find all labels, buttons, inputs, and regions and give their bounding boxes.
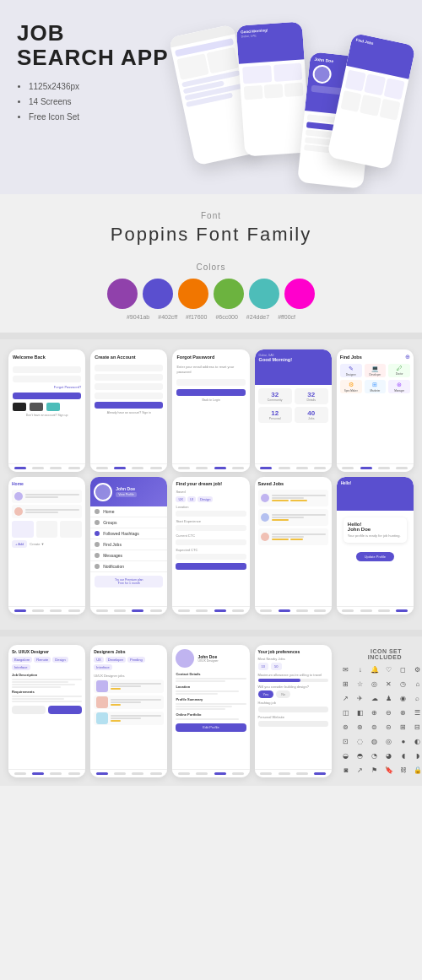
- icon-box: ⊞: [398, 721, 409, 733]
- menu-notification[interactable]: Notification: [90, 561, 167, 572]
- color-code-2: #402cff: [158, 314, 177, 320]
- icon-share: ↗: [354, 764, 366, 776]
- app-title: JoB SEARCH APP: [17, 21, 169, 69]
- icon-arrow-up-right: ↗: [340, 692, 352, 704]
- nav-bar-create: [90, 463, 167, 472]
- nav-bar-dashboard: [8, 606, 85, 615]
- screen-john-doe: John Doe UI/UX Designer Contact Details …: [172, 645, 249, 777]
- icon-star: ☆: [354, 678, 366, 690]
- menu-messages[interactable]: Messages: [90, 550, 167, 561]
- icon-cloud: ☁: [369, 692, 381, 704]
- icon-radio: ◉: [398, 692, 409, 704]
- hello-card: Hello!John Doe Your profile is ready for…: [344, 517, 407, 543]
- icon-plus-circle: ⊕: [369, 707, 381, 718]
- icon-set-panel: ICON SET INCLUDED ✉ ↓ 🔔 ♡ ◻ ⚙ ✎ ⊞ ☆ ◎ ✕ …: [337, 645, 414, 777]
- icon-bottom-half: ◒: [340, 750, 352, 761]
- nav-bar-forgot: [172, 463, 249, 472]
- screen-saved-jobs: Saved Jobs: [255, 477, 332, 615]
- icon-search: ⌕: [412, 692, 422, 704]
- profile-avatar: [94, 483, 112, 501]
- font-section: Font Poppins Font Family: [0, 194, 422, 254]
- icon-bookmark: 🔖: [383, 764, 395, 776]
- profile-header: John Doe View Profile: [90, 477, 167, 506]
- icon-mail: ✉: [340, 663, 352, 675]
- icon-lock: 🔒: [412, 764, 422, 776]
- icon-upper-left: ◕: [383, 750, 395, 761]
- nav-bar-menu: [90, 606, 167, 615]
- icon-layout: ◫: [340, 707, 352, 718]
- color-code-1: #9041ab: [127, 314, 149, 320]
- screen-forgot-password: Forgot Password Enter your email address…: [172, 349, 249, 472]
- icon-bell: 🔔: [369, 663, 381, 675]
- screens-row-2-inner: Home: [8, 477, 414, 615]
- color-code-3: #f17600: [186, 314, 207, 320]
- nav-bar-dream-job: [172, 606, 249, 615]
- color-swatches: [17, 279, 405, 309]
- icon-box-plus: ⊡: [340, 735, 352, 747]
- separator-1: [0, 333, 422, 339]
- nav-bar-hello: [337, 606, 414, 615]
- color-code-4: #6cc000: [215, 314, 237, 320]
- screens-row-3: Sr. UI/UX Designer Bangalore Remote Desi…: [8, 645, 414, 777]
- color-swatch-2: [143, 279, 173, 309]
- icon-link: ⛓: [398, 764, 409, 776]
- menu-followed[interactable]: Followed Hashtags: [90, 528, 167, 539]
- icon-clock: ◷: [398, 678, 409, 690]
- header-section: JoB SEARCH APP 1125x2436px 14 Screens Fr…: [0, 0, 422, 194]
- font-name: Poppins Font Family: [17, 224, 405, 246]
- bottom-area: Sr. UI/UX Designer Bangalore Remote Desi…: [0, 636, 422, 786]
- icon-left-half: ◐: [412, 735, 422, 747]
- welcome-title: Welcome Back: [13, 355, 81, 360]
- icon-chess: ♟: [383, 692, 395, 704]
- icon-ring: ⊚: [340, 721, 352, 733]
- icon-lower-left: ◖: [398, 750, 409, 761]
- icon-upper-right: ◔: [369, 750, 381, 761]
- icon-left-panel: ◧: [354, 707, 366, 718]
- icon-circle: ◎: [369, 678, 381, 690]
- color-swatch-5: [249, 279, 279, 309]
- icon-grid: ⊞: [340, 678, 352, 690]
- icon-grid: ✉ ↓ 🔔 ♡ ◻ ⚙ ✎ ⊞ ☆ ◎ ✕ ◷ ⌂ ◈ ↗ ✈ ☁ ♟ ◉: [337, 662, 414, 777]
- screen-job-preferences: Your job preferences Most Nearby Jobs 10…: [255, 645, 332, 777]
- icon-close: ✕: [383, 678, 395, 690]
- icon-plane: ✈: [354, 692, 366, 704]
- icon-dash: ⊝: [383, 721, 395, 733]
- create-account-title: Create an Account: [95, 355, 163, 360]
- nav-bar-job-detail: [8, 769, 85, 777]
- nav-bar-find-jobs: [337, 463, 414, 472]
- icon-asterisk: ⊛: [354, 721, 366, 733]
- nav-bar-designers-jobs: [90, 769, 167, 777]
- icon-settings: ⚙: [412, 663, 422, 675]
- nav-bar-john-doe: [172, 769, 249, 777]
- icon-download: ↓: [354, 663, 366, 675]
- forgot-password-title: Forgot Password: [176, 355, 245, 360]
- icon-lower-right: ◗: [412, 750, 422, 761]
- screen-create-account: Create an Account Already have an accoun…: [90, 349, 167, 472]
- icon-box-minus: ⊟: [412, 721, 422, 733]
- nav-bar-saved-jobs: [255, 606, 332, 615]
- screen-home: Dubai, UAE Good Morning! 32Community 32D…: [255, 349, 332, 472]
- icon-top-half: ◓: [354, 750, 366, 761]
- nav-bar-welcome: [8, 463, 85, 472]
- screen-hello-profile: Hello! Hello!John Doe Your profile is re…: [337, 477, 414, 615]
- icon-outlined-circle: ◎: [383, 735, 395, 747]
- menu-home[interactable]: Home: [90, 506, 167, 517]
- icon-home: ⌂: [412, 678, 422, 690]
- icon-square: ◻: [398, 663, 409, 675]
- screen-designers-jobs: Designers Jobs UX Developer Pending Inte…: [90, 645, 167, 777]
- menu-groups[interactable]: Groups: [90, 517, 167, 528]
- screen-dashboard: Home: [8, 477, 85, 615]
- profile-name: John Doe View Profile: [116, 486, 136, 497]
- color-code-5: #24dde7: [246, 314, 269, 320]
- header-specs: 1125x2436px 14 Screens Free Icon Set: [17, 79, 169, 125]
- screen-job-detail: Sr. UI/UX Designer Bangalore Remote Desi…: [8, 645, 85, 777]
- screen-welcome: Welcome Back Forgot Password? Don't have…: [8, 349, 85, 472]
- icon-flag: ⚑: [369, 764, 381, 776]
- color-code-6: #ff00cf: [278, 314, 295, 320]
- icon-dotted-circle: ◍: [369, 735, 381, 747]
- menu-find[interactable]: Find Jobs: [90, 539, 167, 550]
- color-swatch-6: [284, 279, 315, 309]
- screens-row-1: Welcome Back Forgot Password? Don't have…: [0, 339, 422, 630]
- screens-row-1-inner: Welcome Back Forgot Password? Don't have…: [8, 349, 414, 472]
- color-swatch-3: [178, 279, 208, 309]
